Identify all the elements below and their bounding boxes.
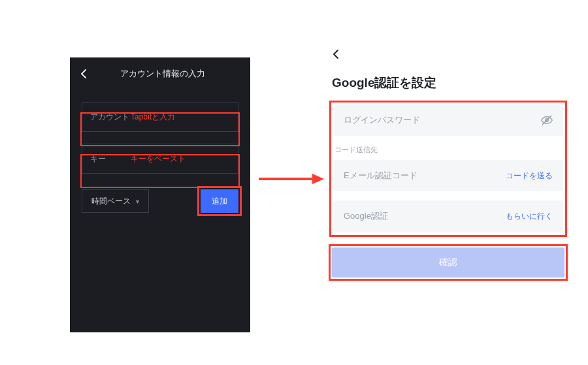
right-title: Google認証を設定 xyxy=(332,74,564,91)
code-section-label: コード送信先 xyxy=(335,145,562,155)
chevron-left-icon xyxy=(332,49,340,59)
left-header-title: アカウント情報の入力 xyxy=(95,68,242,80)
account-field-value: Tapbitと入力 xyxy=(131,112,175,123)
confirm-button-label: 確認 xyxy=(439,257,457,268)
key-field[interactable]: キー キーをペースト xyxy=(82,144,238,174)
eye-off-icon[interactable] xyxy=(541,114,553,126)
chevron-left-icon xyxy=(80,69,87,78)
key-field-label: キー xyxy=(90,153,131,165)
google-auth-field[interactable]: Google認証 もらいに行く xyxy=(333,200,563,232)
add-button[interactable]: 追加 xyxy=(201,189,238,213)
google-auth-setup-panel: Google認証を設定 ログインパスワード コード送信先 Eメール認証コード コ… xyxy=(332,47,564,278)
send-code-button[interactable]: コードを送る xyxy=(506,170,553,182)
svg-marker-1 xyxy=(312,174,324,184)
get-code-button[interactable]: もらいに行く xyxy=(506,211,553,222)
confirm-button[interactable]: 確認 xyxy=(332,247,564,278)
account-field-label: アカウント xyxy=(90,112,131,123)
left-header: アカウント情報の入力 xyxy=(70,57,250,90)
email-code-field[interactable]: Eメール認証コード コードを送る xyxy=(333,160,563,191)
arrow-right-icon xyxy=(259,172,324,185)
password-field[interactable]: ログインパスワード xyxy=(333,104,563,136)
back-button-right[interactable] xyxy=(332,47,346,61)
authenticator-app-panel: アカウント情報の入力 アカウント Tapbitと入力 キー キーをペースト 時間… xyxy=(70,57,250,332)
key-field-value: キーをペースト xyxy=(131,153,186,165)
back-button-left[interactable] xyxy=(78,68,90,80)
email-code-placeholder: Eメール認証コード xyxy=(344,170,417,182)
time-base-label: 時間ベース xyxy=(91,196,131,207)
time-base-select[interactable]: 時間ベース ▾ xyxy=(82,189,149,213)
google-auth-placeholder: Google認証 xyxy=(344,210,388,222)
password-placeholder: ログインパスワード xyxy=(344,114,420,126)
chevron-down-icon: ▾ xyxy=(136,198,139,205)
account-field[interactable]: アカウント Tapbitと入力 xyxy=(82,102,238,132)
add-button-label: 追加 xyxy=(212,196,227,207)
